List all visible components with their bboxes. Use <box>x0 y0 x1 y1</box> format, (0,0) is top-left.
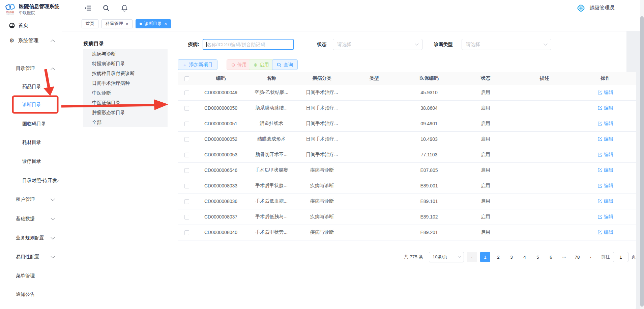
table-row: CD0000008036 手术后低血糖... 疾病与诊断 E89.101 启用 … <box>178 194 636 209</box>
sidebar-item-tenant-mgmt[interactable]: 租户管理 <box>0 194 62 205</box>
user-box[interactable]: 超级管理员 <box>576 3 623 13</box>
chevron-down-icon <box>51 197 55 201</box>
sidebar-item-business-rules[interactable]: 业务规则配置 <box>0 232 62 244</box>
row-checkbox[interactable] <box>184 230 189 235</box>
row-checkbox[interactable] <box>184 106 189 111</box>
sidebar-item-base-data[interactable]: 基础数据 <box>0 213 62 225</box>
more-pages-button[interactable]: ••• <box>559 252 569 262</box>
sidebar-item-usability-config[interactable]: 易用性配置 <box>0 251 62 263</box>
edit-button[interactable]: 编辑 <box>597 89 613 96</box>
sidebar-item-label: 诊疗目录 <box>22 158 41 164</box>
tree-item-disease-diagnosis[interactable]: 疾病与诊断 <box>83 49 168 59</box>
sidebar-item-treatment-catalog[interactable]: 诊疗目录 <box>0 156 62 167</box>
edit-button[interactable]: 编辑 <box>597 229 613 235</box>
sidebar-item-diagnosis-catalog[interactable]: 诊断目录 <box>0 99 62 110</box>
tree-item-tumor-morphology[interactable]: 肿瘤形态学目录 <box>83 108 168 118</box>
tab-department-mgmt[interactable]: 科室管理 × <box>101 19 133 28</box>
add-item-button[interactable]: ＋ 添加新项目 <box>178 59 217 70</box>
brand-text: 医院信息管理系统 中联医院 <box>19 3 59 16</box>
row-checkbox[interactable] <box>184 122 189 126</box>
sidebar-item-system-mgmt[interactable]: ⚙ 系统管理 <box>0 35 62 46</box>
sidebar-item-label: 国临码目录 <box>22 121 46 127</box>
edit-button[interactable]: 编辑 <box>597 152 613 158</box>
prev-page-button[interactable]: ‹ <box>467 252 477 262</box>
cell-category: 日间手术治疗... <box>297 147 347 162</box>
edit-button[interactable]: 编辑 <box>597 167 613 173</box>
sidebar-item-consumable-catalog[interactable]: 耗材目录 <box>0 137 62 148</box>
sidebar-item-catalog-compare[interactable]: 目录对照-待开发 <box>0 175 62 186</box>
page-size-select[interactable]: 10条/页 <box>429 252 464 262</box>
search-icon[interactable] <box>103 4 110 12</box>
diagnosis-type-select[interactable]: 请选择 <box>462 39 551 50</box>
cell-status: 启用 <box>457 162 514 178</box>
page-button-78[interactable]: 78 <box>572 252 582 262</box>
page-button-1[interactable]: 1 <box>480 252 490 262</box>
row-checkbox[interactable] <box>184 153 189 157</box>
tab-home[interactable]: 首页 <box>82 19 98 28</box>
cell-name: 手术后低血糖... <box>246 194 297 209</box>
menu-fold-icon[interactable] <box>84 4 92 12</box>
edit-label: 编辑 <box>604 136 613 142</box>
edit-button[interactable]: 编辑 <box>597 198 613 204</box>
status-select[interactable]: 请选择 <box>333 39 422 50</box>
sidebar-item-home[interactable]: 首页 <box>0 20 62 31</box>
row-checkbox[interactable] <box>184 168 189 173</box>
page-button-5[interactable]: 5 <box>533 252 543 262</box>
select-all-checkbox[interactable] <box>184 76 189 81</box>
close-icon[interactable]: × <box>126 22 128 26</box>
close-icon[interactable]: × <box>165 22 167 26</box>
edit-label: 编辑 <box>604 198 613 204</box>
vertical-scrollbar[interactable] <box>640 0 644 309</box>
tree-item-tcm-diagnosis[interactable]: 中医诊断 <box>83 88 168 98</box>
query-label: 查询 <box>284 62 293 68</box>
table-header-row: 编码 名称 疾病分类 类型 医保编码 状态 描述 操作 <box>178 72 636 85</box>
cell-insurance-code: E07.805 <box>401 162 457 178</box>
scrollbar-thumb[interactable] <box>640 16 644 307</box>
edit-button[interactable]: 编辑 <box>597 105 613 111</box>
edit-icon <box>597 214 602 219</box>
edit-button[interactable]: 编辑 <box>597 136 613 142</box>
row-checkbox[interactable] <box>184 215 189 220</box>
enable-button[interactable]: ⊕ 启用 <box>249 59 274 70</box>
edit-button[interactable]: 编辑 <box>597 183 613 189</box>
cell-name: 手术后甲状腺瘘 <box>246 162 297 178</box>
cell-description <box>514 131 575 147</box>
table-row: CD0000000052 结膜囊成形术 日间手术治疗... 10.4903 启用… <box>178 131 636 147</box>
page-button-4[interactable]: 4 <box>520 252 530 262</box>
sidebar-item-menu-mgmt[interactable]: 菜单管理 <box>0 270 62 282</box>
tree-item-pay-by-disease[interactable]: 按病种目录付费诊断 <box>83 69 168 78</box>
page-button-2[interactable]: 2 <box>493 252 503 262</box>
tree-item-all[interactable]: 全部 <box>83 118 168 127</box>
edit-button[interactable]: 编辑 <box>597 214 613 220</box>
cell-insurance-code: 77.1103 <box>401 147 457 162</box>
cell-category: 日间手术治疗... <box>297 100 347 116</box>
row-checkbox[interactable] <box>184 184 189 188</box>
query-button[interactable]: 查询 <box>272 59 298 70</box>
goto-page-input[interactable] <box>613 252 628 262</box>
sidebar-item-drug-catalog[interactable]: 药品目录 <box>0 81 62 93</box>
sidebar-item-label: 租户管理 <box>16 197 35 203</box>
cell-description <box>514 162 575 178</box>
row-checkbox[interactable] <box>184 137 189 142</box>
page-button-6[interactable]: 6 <box>546 252 556 262</box>
sidebar-item-notice[interactable]: 通知公告 <box>0 289 62 300</box>
disease-filter-label: 疾病: <box>188 39 199 50</box>
sidebar-item-catalog-mgmt[interactable]: 目录管理 <box>0 63 62 74</box>
next-page-button[interactable]: › <box>585 252 595 262</box>
edit-button[interactable]: 编辑 <box>597 121 613 127</box>
tree-item-chronic-catalog[interactable]: 特慢病诊断目录 <box>83 59 168 69</box>
page-button-3[interactable]: 3 <box>506 252 517 262</box>
row-checkbox[interactable] <box>184 199 189 204</box>
disable-button[interactable]: ⊖ 停用 <box>227 59 252 70</box>
tree-item-tcm-syndrome[interactable]: 中医证候目录 <box>83 98 168 108</box>
cell-category: 疾病与诊断 <box>297 194 347 209</box>
tree-title: 疾病目录 <box>84 41 104 47</box>
tab-diagnosis-catalog[interactable]: 诊断目录 × <box>136 19 171 28</box>
sidebar-item-national-code-catalog[interactable]: 国临码目录 <box>0 118 62 130</box>
add-item-label: 添加新项目 <box>189 62 213 68</box>
tree-item-day-surgery[interactable]: 日间手术治疗病种 <box>83 78 168 88</box>
disease-search-input[interactable] <box>203 40 293 49</box>
tab-label: 诊断目录 <box>144 21 162 27</box>
row-checkbox[interactable] <box>184 91 189 95</box>
bell-icon[interactable] <box>121 4 128 12</box>
